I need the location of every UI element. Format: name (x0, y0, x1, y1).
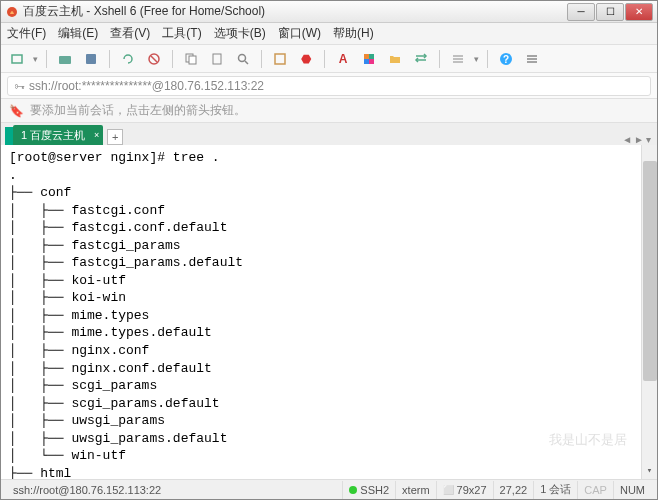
menu-file[interactable]: 文件(F) (7, 25, 46, 42)
tab-marker (5, 127, 13, 145)
status-size: ⬜ 79x27 (437, 481, 494, 499)
lock-icon: 🗝 (14, 80, 25, 92)
address-text: ssh://root:***************@180.76.152.11… (29, 79, 264, 93)
window-title: 百度云主机 - Xshell 6 (Free for Home/School) (23, 3, 567, 20)
menu-edit[interactable]: 编辑(E) (58, 25, 98, 42)
svg-point-9 (239, 54, 246, 61)
window-controls: ─ ☐ ✕ (567, 3, 653, 21)
svg-rect-8 (213, 54, 221, 64)
menu-tabs[interactable]: 选项卡(B) (214, 25, 266, 42)
copy-icon[interactable] (181, 49, 201, 69)
minimize-button[interactable]: ─ (567, 3, 595, 21)
status-sessions: 1 会话 (534, 481, 578, 499)
watermark: 我是山不是居 (549, 431, 627, 449)
menu-tools[interactable]: 工具(T) (162, 25, 201, 42)
save-icon[interactable] (81, 49, 101, 69)
dropdown-icon[interactable]: ▾ (33, 54, 38, 64)
svg-rect-13 (369, 54, 374, 59)
status-dot-icon (349, 486, 357, 494)
tab-label: 1 百度云主机 (21, 128, 85, 143)
script-icon[interactable]: ⬣ (296, 49, 316, 69)
open-icon[interactable] (55, 49, 75, 69)
disconnect-icon[interactable] (144, 49, 164, 69)
svg-rect-15 (369, 59, 374, 64)
terminal-output: [root@server nginx]# tree . . ├── conf │… (9, 150, 243, 479)
tab-nav: ◄ ► ▾ (622, 134, 651, 145)
svg-line-5 (151, 56, 157, 62)
menubar: 文件(F) 编辑(E) 查看(V) 工具(T) 选项卡(B) 窗口(W) 帮助(… (1, 23, 657, 45)
menu-view[interactable]: 查看(V) (110, 25, 150, 42)
hint-text: 要添加当前会话，点击左侧的箭头按钮。 (30, 102, 246, 119)
tab-prev-icon[interactable]: ◄ (622, 134, 632, 145)
svg-rect-3 (86, 54, 96, 64)
reconnect-icon[interactable] (118, 49, 138, 69)
color-icon[interactable] (359, 49, 379, 69)
svg-rect-7 (189, 56, 196, 64)
transfer-icon[interactable] (411, 49, 431, 69)
statusbar: ssh://root@180.76.152.113:22 SSH2 xterm … (1, 479, 657, 499)
scroll-down-icon[interactable]: ▾ (642, 463, 657, 479)
tab-add-button[interactable]: + (107, 129, 123, 145)
status-pos: 27,22 (494, 481, 535, 499)
svg-rect-11 (275, 54, 285, 64)
new-session-icon[interactable] (7, 49, 27, 69)
tab-list-icon[interactable]: ▾ (646, 134, 651, 145)
list-icon[interactable] (448, 49, 468, 69)
help-icon[interactable]: ? (496, 49, 516, 69)
svg-rect-2 (59, 56, 71, 64)
search-icon[interactable] (233, 49, 253, 69)
font-icon[interactable]: A (333, 49, 353, 69)
svg-rect-14 (364, 59, 369, 64)
status-term: xterm (396, 481, 437, 499)
toolbar: ▾ ⬣ A ▾ ? (1, 45, 657, 73)
tab-next-icon[interactable]: ► (634, 134, 644, 145)
status-connection: ssh://root@180.76.152.113:22 (7, 481, 343, 499)
svg-rect-12 (364, 54, 369, 59)
dropdown-icon[interactable]: ▾ (474, 54, 479, 64)
paste-icon[interactable] (207, 49, 227, 69)
svg-text:?: ? (503, 54, 509, 65)
menu-help[interactable]: 帮助(H) (333, 25, 374, 42)
status-num: NUM (614, 481, 651, 499)
terminal[interactable]: [root@server nginx]# tree . . ├── conf │… (1, 145, 657, 479)
addressbar: 🗝 ssh://root:***************@180.76.152.… (1, 73, 657, 99)
tab-close-icon[interactable]: × (94, 130, 99, 140)
status-protocol: SSH2 (343, 481, 396, 499)
tag-icon: 🔖 (9, 104, 24, 118)
svg-line-10 (245, 61, 248, 64)
titlebar: 百度云主机 - Xshell 6 (Free for Home/School) … (1, 1, 657, 23)
address-input[interactable]: 🗝 ssh://root:***************@180.76.152.… (7, 76, 651, 96)
close-button[interactable]: ✕ (625, 3, 653, 21)
properties-icon[interactable] (270, 49, 290, 69)
status-cap: CAP (578, 481, 614, 499)
tab-active[interactable]: 1 百度云主机 × (13, 125, 103, 145)
scroll-thumb[interactable] (643, 161, 657, 381)
maximize-button[interactable]: ☐ (596, 3, 624, 21)
hintbar: 🔖 要添加当前会话，点击左侧的箭头按钮。 (1, 99, 657, 123)
svg-rect-1 (12, 55, 22, 63)
menu-icon[interactable] (522, 49, 542, 69)
folder-icon[interactable] (385, 49, 405, 69)
scrollbar-vertical[interactable]: ▴ ▾ (641, 145, 657, 479)
app-icon (5, 5, 19, 19)
tabbar: 1 百度云主机 × + ◄ ► ▾ (1, 123, 657, 145)
menu-window[interactable]: 窗口(W) (278, 25, 321, 42)
